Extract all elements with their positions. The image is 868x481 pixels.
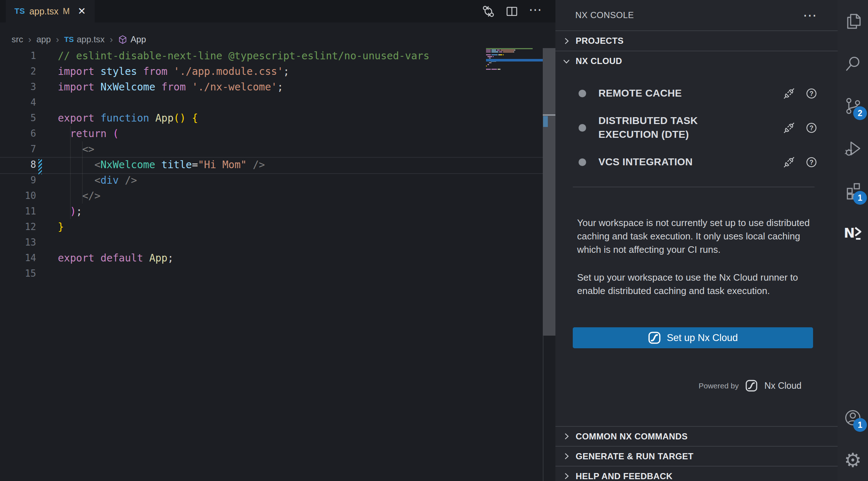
minimap-line [486,65,487,67]
activity-item-nx-console[interactable]: N [838,212,868,254]
powered-by: Powered by Nx Cloud [555,379,838,392]
badge-count: 2 [853,106,867,120]
status-bullet-icon [579,90,586,97]
badge-count: 1 [853,418,867,432]
code-text: // eslint-disable-next-line @typescript-… [58,48,429,64]
tab-app-tsx[interactable]: TS app.tsx M ✕ [6,0,95,22]
minimap-line [514,50,515,51]
chevron-right-icon [562,432,571,440]
chevron-right-icon [562,452,571,460]
connect-plug-icon[interactable] [783,156,795,168]
code-line-10[interactable]: 10</> [0,188,543,204]
scrollbar-slider[interactable] [543,48,555,336]
line-number[interactable]: 14 [0,250,36,266]
section-label: GENERATE & RUN TARGET [576,451,693,461]
code-line-13[interactable]: 13 [0,235,543,250]
code-line-1[interactable]: 1// eslint-disable-next-line @typescript… [0,48,543,64]
minimap-line [489,62,491,63]
breadcrumb-item-src[interactable]: src [12,34,23,44]
code-text: export function App() { [58,110,198,126]
section-projects[interactable]: PROJECTS [555,30,838,51]
line-number[interactable]: 5 [0,110,36,126]
modified-gutter-marker [38,159,42,174]
code-line-3[interactable]: 3import NxWelcome from './nx-welcome'; [0,79,543,95]
activity-item-explorer[interactable] [838,0,868,42]
activity-item-accounts[interactable]: 1 [838,396,868,439]
help-question-icon[interactable]: ? [805,156,817,168]
minimap[interactable] [486,48,543,81]
nx-cloud-item: DISTRIBUTED TASK EXECUTION (DTE)? [555,107,838,148]
breadcrumb-item-app.tsx[interactable]: TSapp.tsx [64,34,104,44]
line-number[interactable]: 2 [0,64,36,79]
code-line-14[interactable]: 14export default App; [0,250,543,266]
modified-indicator: M [63,7,70,16]
activity-item-search[interactable] [838,42,868,85]
activity-item-run-and-debug[interactable] [838,127,868,169]
minimap-line [486,51,491,52]
open-changes-icon[interactable] [482,5,495,18]
line-number[interactable]: 7 [0,141,36,157]
line-number[interactable]: 10 [0,188,36,204]
line-number[interactable]: 1 [0,48,36,64]
nx-cloud-item: REMOTE CACHE? [555,80,838,107]
minimap-line [486,69,491,70]
code-text: ); [58,204,82,219]
section-generate-run-target[interactable]: GENERATE & RUN TARGET [555,446,838,466]
nx-cloud-brand-label[interactable]: Nx Cloud [764,380,802,391]
section-nx-cloud[interactable]: NX CLOUD [555,51,838,71]
nx-cloud-logo-icon [745,379,758,392]
minimap-line [503,54,504,55]
connect-plug-icon[interactable] [783,88,795,99]
code-editor[interactable]: 1// eslint-disable-next-line @typescript… [0,48,543,281]
code-line-2[interactable]: 2import styles from './app.module.css'; [0,64,543,79]
line-number[interactable]: 11 [0,204,36,219]
line-number[interactable]: 13 [0,235,36,250]
svg-text:?: ? [809,158,813,166]
line-number[interactable]: 6 [0,126,36,141]
overview-ruler-modified-marker [543,116,548,127]
breadcrumb-separator: › [110,34,113,45]
line-number[interactable]: 8 [0,157,36,173]
help-question-icon[interactable]: ? [805,122,817,134]
item-actions: ? [783,156,817,168]
split-editor-icon[interactable] [505,5,519,18]
line-number[interactable]: 9 [0,173,36,188]
connect-plug-icon[interactable] [783,122,795,134]
status-bullet-icon [579,124,586,132]
line-number[interactable]: 4 [0,95,36,110]
activity-item-manage-settings[interactable]: ⚙ [838,439,868,481]
activity-item-source-control[interactable]: 2 [838,85,868,127]
chevron-right-icon [562,37,571,45]
section-help-and-feedback[interactable]: HELP AND FEEDBACK [555,466,838,481]
line-number[interactable]: 15 [0,266,36,281]
code-line-5[interactable]: 5export function App() { [0,110,543,126]
line-number[interactable]: 12 [0,219,36,235]
breadcrumb-item-App[interactable]: App [118,34,146,44]
code-line-6[interactable]: 6return ( [0,126,543,141]
code-line-12[interactable]: 12} [0,219,543,235]
chevron-down-icon [562,57,571,65]
breadcrumb-item-app[interactable]: app [36,34,51,44]
setup-nx-cloud-button[interactable]: Set up Nx Cloud [573,327,813,348]
code-line-15[interactable]: 15 [0,266,543,281]
nx-cloud-item-label: DISTRIBUTED TASK EXECUTION (DTE) [598,114,757,141]
editor-area: TS app.tsx M ✕ ⋯ src›app›TSapp.tsx›App 1… [0,0,555,481]
close-tab-icon[interactable]: ✕ [78,5,86,17]
section-label: HELP AND FEEDBACK [576,471,673,481]
code-line-11[interactable]: 11); [0,204,543,219]
section-common-nx-commands[interactable]: COMMON NX COMMANDS [555,426,838,446]
code-line-9[interactable]: 9<div /> [0,173,543,188]
help-question-icon[interactable]: ? [805,88,817,99]
code-line-8[interactable]: 8<NxWelcome title="Hi Mom" /> [0,157,543,173]
minimap-line [491,51,498,52]
code-line-4[interactable]: 4 [0,95,543,110]
setup-instruction-text: Set up your workspace to use the Nx Clou… [577,271,812,298]
minimap-line [491,50,496,51]
section-label: COMMON NX COMMANDS [576,431,688,442]
line-number[interactable]: 3 [0,79,36,95]
more-actions-icon[interactable]: ⋯ [529,3,542,19]
code-line-7[interactable]: 7<> [0,141,543,157]
activity-item-extensions[interactable]: 1 [838,169,868,212]
powered-by-label: Powered by [699,382,739,390]
debug-icon [843,139,862,158]
